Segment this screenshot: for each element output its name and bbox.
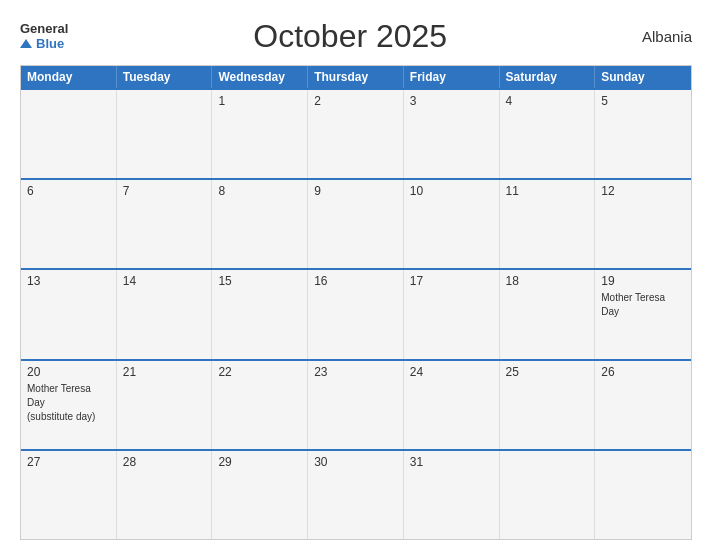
day-number: 25 (506, 365, 589, 379)
day-number: 6 (27, 184, 110, 198)
cal-week-1: 12345 (21, 88, 691, 178)
cal-cell: 31 (404, 451, 500, 539)
col-saturday: Saturday (500, 66, 596, 88)
day-number: 23 (314, 365, 397, 379)
logo-blue-text: Blue (20, 36, 64, 51)
day-number: 24 (410, 365, 493, 379)
day-number: 28 (123, 455, 206, 469)
day-number: 19 (601, 274, 685, 288)
cal-cell: 28 (117, 451, 213, 539)
day-number: 1 (218, 94, 301, 108)
cal-week-4: 20Mother Teresa Day (substitute day)2122… (21, 359, 691, 449)
cal-cell (21, 90, 117, 178)
cal-cell: 7 (117, 180, 213, 268)
cal-cell: 18 (500, 270, 596, 358)
cal-cell: 11 (500, 180, 596, 268)
day-number: 17 (410, 274, 493, 288)
cal-cell (595, 451, 691, 539)
col-tuesday: Tuesday (117, 66, 213, 88)
cal-cell: 21 (117, 361, 213, 449)
logo: General Blue (20, 22, 68, 51)
cal-cell: 10 (404, 180, 500, 268)
day-number: 15 (218, 274, 301, 288)
cal-cell: 23 (308, 361, 404, 449)
cal-cell: 24 (404, 361, 500, 449)
cal-cell (117, 90, 213, 178)
day-number: 30 (314, 455, 397, 469)
logo-general-text: General (20, 22, 68, 36)
calendar-header-row: Monday Tuesday Wednesday Thursday Friday… (21, 66, 691, 88)
cal-cell: 4 (500, 90, 596, 178)
col-thursday: Thursday (308, 66, 404, 88)
page: General Blue October 2025 Albania Monday… (0, 0, 712, 550)
cal-cell: 1 (212, 90, 308, 178)
day-number: 3 (410, 94, 493, 108)
cal-week-2: 6789101112 (21, 178, 691, 268)
cal-cell: 29 (212, 451, 308, 539)
cal-cell: 27 (21, 451, 117, 539)
day-number: 13 (27, 274, 110, 288)
day-number: 11 (506, 184, 589, 198)
cal-cell: 22 (212, 361, 308, 449)
calendar-body: 12345678910111213141516171819Mother Tere… (21, 88, 691, 539)
day-number: 14 (123, 274, 206, 288)
col-wednesday: Wednesday (212, 66, 308, 88)
cal-cell: 17 (404, 270, 500, 358)
day-number: 2 (314, 94, 397, 108)
day-number: 16 (314, 274, 397, 288)
cal-week-5: 2728293031 (21, 449, 691, 539)
cal-cell: 3 (404, 90, 500, 178)
cal-week-3: 13141516171819Mother Teresa Day (21, 268, 691, 358)
cal-cell: 19Mother Teresa Day (595, 270, 691, 358)
day-number: 4 (506, 94, 589, 108)
day-number: 27 (27, 455, 110, 469)
col-friday: Friday (404, 66, 500, 88)
day-number: 10 (410, 184, 493, 198)
cal-cell: 9 (308, 180, 404, 268)
calendar-title: October 2025 (68, 18, 632, 55)
day-number: 22 (218, 365, 301, 379)
cal-cell: 12 (595, 180, 691, 268)
day-number: 26 (601, 365, 685, 379)
cal-cell: 5 (595, 90, 691, 178)
cal-cell: 16 (308, 270, 404, 358)
day-number: 7 (123, 184, 206, 198)
cal-cell: 14 (117, 270, 213, 358)
cal-cell (500, 451, 596, 539)
day-number: 12 (601, 184, 685, 198)
cal-cell: 25 (500, 361, 596, 449)
cal-cell: 8 (212, 180, 308, 268)
day-number: 9 (314, 184, 397, 198)
calendar: Monday Tuesday Wednesday Thursday Friday… (20, 65, 692, 540)
col-sunday: Sunday (595, 66, 691, 88)
day-number: 5 (601, 94, 685, 108)
event-label: Mother Teresa Day (substitute day) (27, 383, 95, 422)
col-monday: Monday (21, 66, 117, 88)
day-number: 18 (506, 274, 589, 288)
cal-cell: 6 (21, 180, 117, 268)
header: General Blue October 2025 Albania (20, 18, 692, 55)
cal-cell: 26 (595, 361, 691, 449)
country-label: Albania (632, 28, 692, 45)
event-label: Mother Teresa Day (601, 292, 665, 317)
cal-cell: 15 (212, 270, 308, 358)
cal-cell: 30 (308, 451, 404, 539)
cal-cell: 20Mother Teresa Day (substitute day) (21, 361, 117, 449)
day-number: 20 (27, 365, 110, 379)
day-number: 8 (218, 184, 301, 198)
day-number: 29 (218, 455, 301, 469)
day-number: 31 (410, 455, 493, 469)
cal-cell: 13 (21, 270, 117, 358)
cal-cell: 2 (308, 90, 404, 178)
day-number: 21 (123, 365, 206, 379)
